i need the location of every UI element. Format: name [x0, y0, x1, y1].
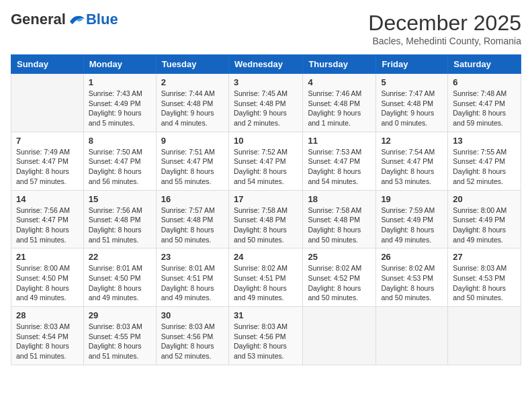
day-number: 19	[381, 194, 443, 204]
day-info: Sunrise: 8:03 AMSunset: 4:54 PMDaylight:…	[16, 322, 79, 361]
calendar-cell	[448, 307, 521, 365]
week-row-1: 1Sunrise: 7:43 AMSunset: 4:49 PMDaylight…	[11, 74, 521, 132]
day-info: Sunrise: 7:52 AMSunset: 4:47 PMDaylight:…	[234, 147, 298, 187]
calendar-cell: 9Sunrise: 7:51 AMSunset: 4:47 PMDaylight…	[156, 132, 228, 190]
calendar-cell: 25Sunrise: 8:02 AMSunset: 4:52 PMDayligh…	[303, 248, 376, 307]
day-number: 4	[308, 77, 371, 87]
day-number: 6	[453, 77, 516, 87]
day-number: 7	[16, 136, 79, 146]
calendar-cell: 3Sunrise: 7:45 AMSunset: 4:48 PMDaylight…	[228, 74, 302, 132]
day-number: 21	[16, 252, 79, 262]
calendar-cell: 4Sunrise: 7:46 AMSunset: 4:48 PMDaylight…	[303, 74, 376, 132]
calendar-cell: 5Sunrise: 7:47 AMSunset: 4:48 PMDaylight…	[376, 74, 448, 132]
day-info: Sunrise: 8:01 AMSunset: 4:50 PMDaylight:…	[89, 263, 151, 303]
day-number: 12	[381, 136, 443, 146]
week-row-4: 21Sunrise: 8:00 AMSunset: 4:50 PMDayligh…	[11, 248, 521, 307]
column-header-saturday: Saturday	[448, 55, 521, 74]
day-info: Sunrise: 8:03 AMSunset: 4:55 PMDaylight:…	[89, 322, 151, 361]
calendar-cell	[11, 74, 84, 132]
logo-blue-text: Blue	[86, 11, 118, 28]
logo-bird-icon	[67, 12, 86, 27]
column-header-monday: Monday	[83, 55, 156, 74]
calendar-table: SundayMondayTuesdayWednesdayThursdayFrid…	[11, 54, 521, 365]
day-info: Sunrise: 8:01 AMSunset: 4:51 PMDaylight:…	[161, 263, 224, 303]
day-info: Sunrise: 7:50 AMSunset: 4:47 PMDaylight:…	[89, 147, 151, 187]
calendar-cell	[303, 307, 376, 365]
logo-general-text: General	[11, 11, 66, 28]
calendar-cell: 20Sunrise: 8:00 AMSunset: 4:49 PMDayligh…	[448, 190, 521, 248]
day-info: Sunrise: 7:45 AMSunset: 4:48 PMDaylight:…	[234, 89, 298, 128]
day-info: Sunrise: 8:02 AMSunset: 4:53 PMDaylight:…	[381, 263, 443, 303]
day-info: Sunrise: 7:44 AMSunset: 4:48 PMDaylight:…	[161, 89, 224, 128]
day-info: Sunrise: 7:58 AMSunset: 4:48 PMDaylight:…	[234, 205, 298, 245]
calendar-cell: 13Sunrise: 7:55 AMSunset: 4:47 PMDayligh…	[448, 132, 521, 190]
month-title: December 2025	[368, 11, 521, 36]
calendar-body: 1Sunrise: 7:43 AMSunset: 4:49 PMDaylight…	[11, 74, 521, 365]
calendar-cell: 17Sunrise: 7:58 AMSunset: 4:48 PMDayligh…	[228, 190, 302, 248]
calendar-cell: 15Sunrise: 7:56 AMSunset: 4:48 PMDayligh…	[83, 190, 156, 248]
calendar-cell: 14Sunrise: 7:56 AMSunset: 4:47 PMDayligh…	[11, 190, 84, 248]
calendar-cell: 19Sunrise: 7:59 AMSunset: 4:49 PMDayligh…	[376, 190, 448, 248]
column-header-thursday: Thursday	[303, 55, 376, 74]
day-info: Sunrise: 7:49 AMSunset: 4:47 PMDaylight:…	[16, 147, 79, 187]
calendar-cell: 1Sunrise: 7:43 AMSunset: 4:49 PMDaylight…	[83, 74, 156, 132]
day-number: 31	[234, 310, 298, 320]
day-number: 24	[234, 252, 298, 262]
day-number: 22	[89, 252, 151, 262]
calendar-cell: 30Sunrise: 8:03 AMSunset: 4:56 PMDayligh…	[156, 307, 228, 365]
day-number: 30	[161, 310, 224, 320]
calendar-cell: 23Sunrise: 8:01 AMSunset: 4:51 PMDayligh…	[156, 248, 228, 307]
day-number: 23	[161, 252, 224, 262]
day-info: Sunrise: 8:03 AMSunset: 4:56 PMDaylight:…	[234, 322, 298, 361]
day-number: 15	[89, 194, 151, 204]
day-info: Sunrise: 7:59 AMSunset: 4:49 PMDaylight:…	[381, 205, 443, 245]
day-info: Sunrise: 7:57 AMSunset: 4:48 PMDaylight:…	[161, 205, 224, 245]
day-info: Sunrise: 7:55 AMSunset: 4:47 PMDaylight:…	[453, 147, 516, 187]
day-info: Sunrise: 8:00 AMSunset: 4:50 PMDaylight:…	[16, 263, 79, 303]
calendar-header: SundayMondayTuesdayWednesdayThursdayFrid…	[11, 55, 521, 74]
calendar-cell: 11Sunrise: 7:53 AMSunset: 4:47 PMDayligh…	[303, 132, 376, 190]
day-info: Sunrise: 7:56 AMSunset: 4:48 PMDaylight:…	[89, 205, 151, 245]
day-info: Sunrise: 7:53 AMSunset: 4:47 PMDaylight:…	[308, 147, 371, 187]
calendar-cell: 7Sunrise: 7:49 AMSunset: 4:47 PMDaylight…	[11, 132, 84, 190]
calendar-cell: 29Sunrise: 8:03 AMSunset: 4:55 PMDayligh…	[83, 307, 156, 365]
location-text: Bacles, Mehedinti County, Romania	[368, 36, 521, 46]
day-info: Sunrise: 8:03 AMSunset: 4:53 PMDaylight:…	[453, 263, 516, 303]
day-info: Sunrise: 7:48 AMSunset: 4:47 PMDaylight:…	[453, 89, 516, 128]
day-number: 14	[16, 194, 79, 204]
day-info: Sunrise: 8:02 AMSunset: 4:52 PMDaylight:…	[308, 263, 371, 303]
calendar-cell: 31Sunrise: 8:03 AMSunset: 4:56 PMDayligh…	[228, 307, 302, 365]
day-number: 18	[308, 194, 371, 204]
day-number: 29	[89, 310, 151, 320]
week-row-5: 28Sunrise: 8:03 AMSunset: 4:54 PMDayligh…	[11, 307, 521, 365]
day-number: 5	[381, 77, 443, 87]
day-number: 10	[234, 136, 298, 146]
week-row-2: 7Sunrise: 7:49 AMSunset: 4:47 PMDaylight…	[11, 132, 521, 190]
day-number: 9	[161, 136, 224, 146]
calendar-cell: 10Sunrise: 7:52 AMSunset: 4:47 PMDayligh…	[228, 132, 302, 190]
column-header-sunday: Sunday	[11, 55, 84, 74]
calendar-cell: 8Sunrise: 7:50 AMSunset: 4:47 PMDaylight…	[83, 132, 156, 190]
day-number: 13	[453, 136, 516, 146]
calendar-cell: 6Sunrise: 7:48 AMSunset: 4:47 PMDaylight…	[448, 74, 521, 132]
day-number: 3	[234, 77, 298, 87]
day-number: 25	[308, 252, 371, 262]
day-number: 28	[16, 310, 79, 320]
calendar-cell: 24Sunrise: 8:02 AMSunset: 4:51 PMDayligh…	[228, 248, 302, 307]
day-info: Sunrise: 8:03 AMSunset: 4:56 PMDaylight:…	[161, 322, 224, 361]
logo: General Blue	[11, 11, 118, 28]
day-number: 11	[308, 136, 371, 146]
day-number: 2	[161, 77, 224, 87]
day-info: Sunrise: 7:47 AMSunset: 4:48 PMDaylight:…	[381, 89, 443, 128]
page-header: General Blue December 2025 Bacles, Mehed…	[11, 11, 521, 46]
calendar-cell: 16Sunrise: 7:57 AMSunset: 4:48 PMDayligh…	[156, 190, 228, 248]
day-info: Sunrise: 7:46 AMSunset: 4:48 PMDaylight:…	[308, 89, 371, 128]
day-number: 26	[381, 252, 443, 262]
day-info: Sunrise: 7:54 AMSunset: 4:47 PMDaylight:…	[381, 147, 443, 187]
column-header-friday: Friday	[376, 55, 448, 74]
day-info: Sunrise: 8:02 AMSunset: 4:51 PMDaylight:…	[234, 263, 298, 303]
day-number: 27	[453, 252, 516, 262]
calendar-cell: 26Sunrise: 8:02 AMSunset: 4:53 PMDayligh…	[376, 248, 448, 307]
calendar-cell: 2Sunrise: 7:44 AMSunset: 4:48 PMDaylight…	[156, 74, 228, 132]
column-header-wednesday: Wednesday	[228, 55, 302, 74]
